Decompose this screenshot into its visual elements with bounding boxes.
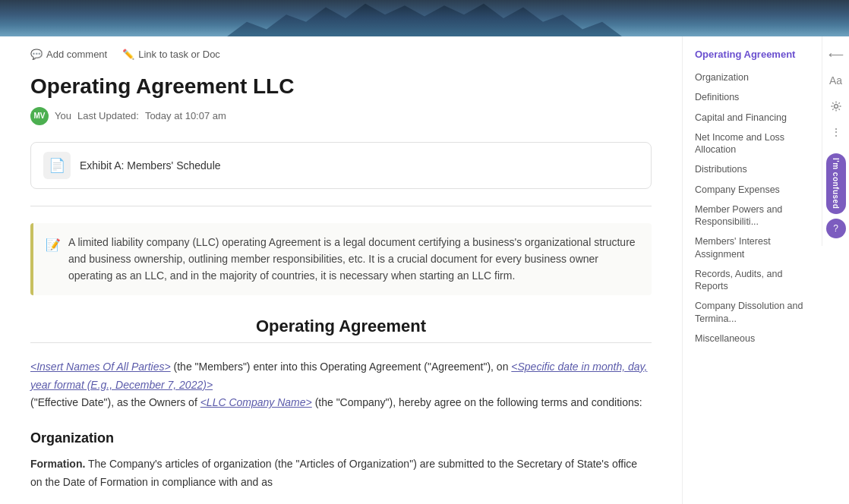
confused-label: I'm confused (832, 158, 840, 209)
toc-item-member-powers[interactable]: Member Powers and Responsibiliti... (683, 200, 819, 232)
add-comment-label: Add comment (46, 49, 107, 60)
last-updated-label: Last Updated: (77, 110, 139, 121)
help-button[interactable]: ? (826, 219, 846, 238)
toc-item-dissolution[interactable]: Company Dissolution and Termina... (683, 296, 819, 329)
avatar: MV (30, 107, 49, 125)
divider-1 (30, 206, 652, 206)
formation-label: Formation. (30, 458, 85, 470)
toolbar: 💬 Add comment ✏️ Link to task or Doc (30, 49, 652, 60)
formation-text: The Company's articles of organization (… (30, 458, 637, 488)
link-icon: ✏️ (122, 49, 134, 60)
exhibit-icon: 📄 (43, 152, 71, 179)
toc-item-records[interactable]: Records, Audits, and Reports (683, 264, 819, 297)
formation-paragraph: Formation. The Company's articles of org… (30, 455, 652, 492)
toc-header[interactable]: Operating Agreement (683, 49, 819, 68)
svg-point-0 (834, 105, 838, 109)
dots-icon: ⋮ (831, 126, 841, 138)
exhibit-label: Exhibit A: Members' Schedule (80, 159, 221, 172)
body-paragraph: <Insert Names Of All Parties> (the "Memb… (30, 358, 652, 412)
gear-icon (831, 101, 841, 112)
info-text: A limited liability company (LLC) operat… (68, 234, 639, 285)
document-title: Operating Agreement LLC (30, 74, 652, 99)
last-updated-value: Today at 10:07 am (145, 110, 226, 121)
info-block: 📝 A limited liability company (LLC) oper… (30, 223, 652, 295)
toc-item-interest-assignment[interactable]: Members' Interest Assignment (683, 232, 819, 264)
add-comment-button[interactable]: 💬 Add comment (30, 49, 107, 60)
link-company[interactable]: <LLC Company Name> (200, 396, 312, 408)
link-names[interactable]: <Insert Names Of All Parties> (30, 361, 171, 373)
help-icon: ? (833, 223, 838, 234)
toc-item-definitions[interactable]: Definitions (683, 87, 819, 107)
confused-button[interactable]: I'm confused (826, 153, 846, 214)
sidebar-icons: ⟵ Aa ⋮ I'm confused ? (822, 36, 849, 246)
exhibit-box[interactable]: 📄 Exhibit A: Members' Schedule (30, 142, 652, 189)
toc-item-capital[interactable]: Capital and Financing (683, 108, 819, 128)
info-emoji: 📝 (46, 235, 61, 285)
toc-item-miscellaneous[interactable]: Miscellaneous (683, 329, 819, 348)
toc-item-organization[interactable]: Organization (683, 68, 819, 87)
font-button[interactable]: Aa (825, 70, 847, 91)
body-text-2: ("Effective Date"), as the Owners of (30, 396, 200, 408)
body-text-1: (the "Members") enter into this Operatin… (174, 361, 512, 373)
link-task-label: Link to task or Doc (138, 49, 220, 60)
more-options-button[interactable]: ⋮ (825, 121, 847, 143)
right-sidebar: Operating Agreement Organization Definit… (682, 36, 849, 504)
toc-item-distributions[interactable]: Distributions (683, 159, 819, 179)
header-banner (0, 0, 849, 36)
content-area: 💬 Add comment ✏️ Link to task or Doc Ope… (0, 36, 682, 504)
meta-row: MV You Last Updated: Today at 10:07 am (30, 107, 652, 125)
body-text-3: (the "Company"), hereby agree on the fol… (315, 396, 642, 408)
toc-list: Organization Definitions Capital and Fin… (683, 68, 819, 348)
font-icon: Aa (829, 74, 842, 87)
section-divider (30, 342, 652, 343)
collapse-button[interactable]: ⟵ (825, 44, 847, 65)
author-name: You (55, 110, 71, 121)
toc-item-net-income[interactable]: Net Income and Loss Allocation (683, 128, 819, 160)
comment-icon: 💬 (30, 49, 43, 60)
toc-item-company-expenses[interactable]: Company Expenses (683, 180, 819, 200)
section-title: Operating Agreement (30, 317, 652, 336)
settings-button[interactable] (825, 96, 847, 117)
link-task-button[interactable]: ✏️ Link to task or Doc (122, 49, 220, 60)
org-heading: Organization (30, 430, 652, 446)
